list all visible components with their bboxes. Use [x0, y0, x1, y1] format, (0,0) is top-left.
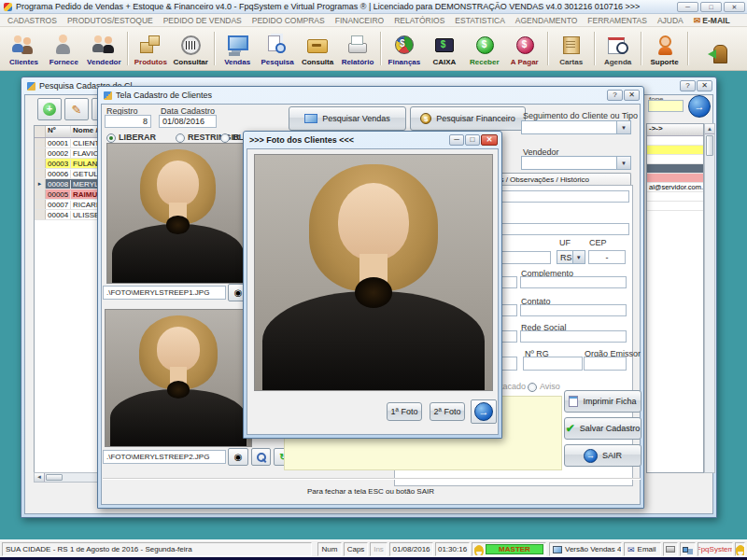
grid-row[interactable]: [647, 164, 703, 174]
photo-close-button[interactable]: ✕: [481, 134, 498, 146]
menu-pedido-compras[interactable]: PEDIDO COMPRAS: [252, 16, 325, 25]
column-header-num[interactable]: Nº: [46, 126, 71, 137]
supplier-person-icon: [49, 33, 78, 57]
toolbar-button-vendas[interactable]: Vendas: [218, 29, 258, 68]
cadastro-help-button[interactable]: ?: [607, 90, 623, 101]
camera-icon: ◉: [234, 287, 243, 298]
scroll-thumb[interactable]: [46, 474, 63, 481]
imprimir-ficha-button[interactable]: Imprimir Ficha: [564, 390, 641, 413]
menu-ferramentas[interactable]: FERRAMENTAS: [587, 16, 647, 25]
complemento-field[interactable]: [520, 276, 627, 288]
photo2-zoom-button[interactable]: [251, 448, 271, 466]
toolbar-button-produtos[interactable]: Produtos: [131, 29, 171, 68]
toolbar-button-pesquisa[interactable]: Pesquisa: [258, 29, 298, 68]
scroll-up-arrow-icon[interactable]: ▲: [705, 124, 714, 134]
grid-row-email[interactable]: al@servidor.com.b: [647, 183, 703, 192]
radio-liberar[interactable]: [106, 133, 116, 143]
grid-row[interactable]: [647, 174, 703, 183]
grid-row[interactable]: [647, 192, 703, 202]
grid-row[interactable]: [647, 146, 703, 155]
scroll-thumb[interactable]: [706, 135, 713, 156]
toolbar-button-cartas[interactable]: Cartas: [551, 29, 591, 68]
fone-search-input[interactable]: [648, 100, 684, 112]
menu-cadastros[interactable]: CADASTROS: [7, 16, 57, 25]
drawer-icon: [303, 33, 331, 57]
photo-minimize-button[interactable]: ─: [449, 134, 464, 146]
status-printer[interactable]: [663, 542, 678, 556]
toolbar-button-clientes[interactable]: Clientes: [4, 29, 44, 68]
contato-field[interactable]: [520, 304, 627, 316]
search-go-button[interactable]: →: [688, 95, 711, 118]
sair-button[interactable]: → SAIR: [564, 444, 641, 467]
photo-next-button[interactable]: →: [471, 399, 497, 424]
photo1-path-field[interactable]: .\FOTO\MERYLSTREEP1.JPG: [103, 286, 226, 300]
add-record-button[interactable]: +: [37, 98, 62, 120]
status-caps: Caps: [344, 542, 368, 556]
grid-row[interactable]: [647, 202, 703, 211]
key-icon: [736, 547, 744, 552]
close-button[interactable]: ✕: [724, 2, 745, 12]
minimize-button[interactable]: ─: [677, 2, 698, 12]
vendedor-dropdown[interactable]: ▼: [521, 156, 631, 170]
toolbar-button-agenda[interactable]: Agenda: [598, 29, 638, 68]
restore-button[interactable]: □: [700, 2, 722, 12]
status-email[interactable]: ✉ Email: [624, 542, 661, 556]
registro-field[interactable]: 8: [105, 115, 151, 128]
orgao-emissor-field[interactable]: [584, 357, 627, 371]
pesquisar-vendas-button[interactable]: Pesquisar Vendas: [289, 106, 406, 131]
menu-produtos-estoque[interactable]: PRODUTOS/ESTOQUE: [67, 16, 153, 25]
cep-field[interactable]: -: [588, 250, 626, 264]
grid-vertical-scrollbar[interactable]: ▲: [704, 123, 715, 473]
data-cadastro-field[interactable]: 01/08/2016: [159, 115, 217, 128]
clients-grid-right-slice: ->-> al@servidor.com.b: [646, 123, 704, 473]
menu-agendamento[interactable]: AGENDAMENTO: [515, 16, 577, 25]
cadastro-window-title-bar[interactable]: Tela Cadastro de Clientes: [98, 87, 643, 104]
toolbar-button-exit[interactable]: [691, 29, 743, 68]
tab-observacoes-historico[interactable]: es / Observações / Histórico: [487, 173, 631, 186]
magnifier-icon: [257, 453, 265, 461]
menu-financeiro[interactable]: FINANCEIRO: [335, 16, 384, 25]
edit-record-button[interactable]: ✎: [64, 98, 89, 120]
search-close-button[interactable]: ✕: [697, 80, 712, 91]
scroll-left-arrow-icon[interactable]: ◄: [35, 473, 45, 482]
rg-field[interactable]: [523, 357, 583, 371]
toolbar-button-vendedor[interactable]: Vendedor: [84, 29, 124, 68]
foto1-button[interactable]: 1ª Foto: [387, 402, 422, 421]
calendar-icon: [604, 33, 632, 57]
rede-social-field[interactable]: [520, 330, 627, 343]
photo2-webcam-button[interactable]: ◉: [228, 448, 248, 466]
uf-dropdown[interactable]: RS▼: [557, 250, 585, 264]
toolbar-button-receber[interactable]: Receber: [464, 29, 504, 68]
grid-row[interactable]: [647, 155, 703, 164]
toolbar-button-suporte[interactable]: Suporte: [644, 29, 684, 68]
radio-bloquear[interactable]: [220, 133, 230, 143]
toolbar-button-financas[interactable]: Finanças: [384, 29, 424, 68]
toolbar-button-a-pagar[interactable]: A Pagar: [504, 29, 544, 68]
cadastro-close-button[interactable]: ✕: [624, 90, 640, 101]
menu-pedido-vendas[interactable]: PEDIDO DE VENDAS: [163, 16, 242, 25]
main-title-text: Programa Pedido de Vendas + Estoque & Fi…: [16, 2, 677, 11]
toolbar-button-relatorio[interactable]: Relatório: [338, 29, 378, 68]
salvar-cadastro-button[interactable]: ✔ Salvar Cadastro: [564, 417, 641, 440]
menu-estatistica[interactable]: ESTATISTICA: [455, 16, 505, 25]
photo2-path-field[interactable]: .\FOTO\MERYLSTREEP2.JPG: [103, 450, 226, 464]
menu-relatorios[interactable]: RELATÓRIOS: [394, 16, 444, 25]
menu-ajuda[interactable]: AJUDA: [657, 16, 684, 25]
toolbar-button-caixa[interactable]: CAIXA: [424, 29, 464, 68]
toolbar-separator: [641, 32, 641, 65]
toolbar-button-fornece[interactable]: Fornece: [44, 29, 84, 68]
seguimento-dropdown[interactable]: ▼: [521, 120, 631, 134]
foto2-button[interactable]: 2ª Foto: [430, 402, 465, 421]
pesquisar-financeiro-button[interactable]: $ Pesquisar Financeiro: [410, 106, 526, 131]
grid-row[interactable]: [647, 136, 703, 146]
radio-restringir[interactable]: [176, 133, 185, 143]
search-help-button[interactable]: ?: [680, 80, 696, 91]
status-bar: SUA CIDADE - RS 1 de Agosto de 2016 - Se…: [0, 539, 747, 557]
photo-restore-button[interactable]: □: [465, 134, 480, 146]
radio-aviso[interactable]: [528, 383, 537, 392]
menu-email[interactable]: ✉E-MAIL: [694, 16, 730, 25]
sales-list-icon: [304, 114, 317, 123]
toolbar-button-consultar[interactable]: Consultar: [171, 29, 211, 68]
toolbar-button-consulta[interactable]: Consulta: [298, 29, 338, 68]
status-network[interactable]: [680, 542, 696, 556]
